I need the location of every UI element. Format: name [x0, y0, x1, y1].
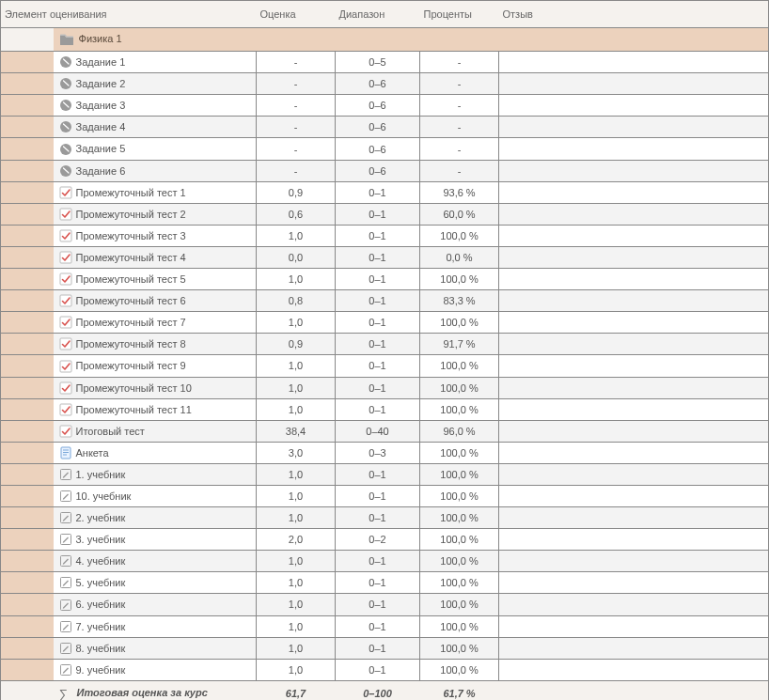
grade-item-name[interactable]: Промежуточный тест 7: [76, 317, 186, 328]
grade-item-name[interactable]: Промежуточный тест 3: [76, 230, 186, 241]
grade-item-grade: -: [257, 52, 336, 73]
grade-item-feedback: [499, 529, 769, 551]
grade-item-range: 0–1: [336, 269, 420, 290]
course-total-percent: 61,7 %: [420, 680, 499, 700]
grade-item-grade: 3,0: [257, 442, 336, 463]
grade-item-feedback: [499, 138, 769, 160]
grade-item-range: 0–40: [336, 420, 420, 442]
grade-item-name[interactable]: Итоговый тест: [76, 426, 145, 437]
grade-item-row: 1. учебник1,00–1100,0 %: [1, 463, 769, 485]
grade-item-grade: 1,0: [257, 507, 336, 529]
grade-item-range: 0–1: [336, 203, 420, 225]
svg-rect-16: [60, 404, 71, 415]
grade-item-name[interactable]: Задание 2: [76, 78, 126, 89]
grade-item-name[interactable]: 8. учебник: [76, 643, 126, 654]
grade-item-name[interactable]: Задание 1: [76, 56, 126, 68]
grade-item-percent: 100,0 %: [420, 551, 499, 572]
grade-item-row: Задание 5-0–6-: [1, 138, 769, 160]
grade-item-grade: 38,4: [257, 420, 336, 442]
grade-item-name[interactable]: 1. учебник: [76, 469, 126, 480]
grade-item-percent: 91,7 %: [420, 334, 499, 355]
grade-item-percent: -: [420, 73, 499, 95]
grade-item-row: Задание 4-0–6-: [1, 117, 769, 138]
header-item: Элемент оценивания: [1, 1, 257, 28]
grade-item-range: 0–1: [336, 551, 420, 572]
grade-item-name[interactable]: Промежуточный тест 8: [76, 338, 186, 350]
grade-item-name[interactable]: Задание 6: [76, 165, 126, 177]
grade-item-grade: 1,0: [257, 485, 336, 506]
grade-item-name[interactable]: 4. учебник: [76, 555, 126, 567]
grade-item-name[interactable]: Промежуточный тест 2: [76, 209, 186, 220]
svg-rect-10: [60, 273, 71, 285]
edit-icon: [59, 490, 72, 503]
ball-icon: [59, 77, 72, 90]
grade-item-name[interactable]: 9. учебник: [76, 664, 126, 676]
grade-item-feedback: [499, 246, 769, 268]
grade-item-row: 9. учебник1,00–1100,0 %: [1, 659, 769, 680]
grade-item-row: Промежуточный тест 40,00–10,0 %: [1, 246, 769, 268]
grade-item-range: 0–1: [336, 659, 420, 680]
grade-item-grade: 1,0: [257, 269, 336, 290]
grade-item-percent: 100,0 %: [420, 463, 499, 485]
grade-item-name[interactable]: Задание 5: [76, 144, 126, 155]
grade-item-range: 0–2: [336, 529, 420, 551]
grade-item-feedback: [499, 420, 769, 442]
grade-item-percent: -: [420, 138, 499, 160]
grade-item-range: 0–1: [336, 355, 420, 377]
grade-item-grade: 1,0: [257, 615, 336, 637]
grade-item-row: Задание 3-0–6-: [1, 95, 769, 117]
grade-item-feedback: [499, 572, 769, 594]
check-icon: [59, 208, 72, 221]
check-icon: [59, 425, 72, 438]
folder-icon: [59, 33, 72, 46]
grade-item-row: Промежуточный тест 10,90–193,6 %: [1, 181, 769, 203]
grade-item-percent: 100,0 %: [420, 225, 499, 246]
grade-item-percent: 83,3 %: [420, 290, 499, 312]
grade-item-name[interactable]: Задание 4: [76, 121, 126, 132]
grade-item-name[interactable]: Промежуточный тест 9: [76, 361, 186, 372]
course-total-label: Итоговая оценка за курс: [77, 687, 208, 698]
grade-item-name[interactable]: 3. учебник: [76, 534, 126, 545]
grade-item-name[interactable]: Промежуточный тест 11: [76, 404, 192, 415]
grade-item-percent: 100,0 %: [420, 312, 499, 334]
grade-item-feedback: [499, 52, 769, 73]
grade-item-name[interactable]: Промежуточный тест 4: [76, 252, 186, 263]
grade-item-percent: 93,6 %: [420, 181, 499, 203]
grade-item-feedback: [499, 269, 769, 290]
grade-item-row: Задание 2-0–6-: [1, 73, 769, 95]
grade-item-percent: 100,0 %: [420, 529, 499, 551]
grade-item-percent: 100,0 %: [420, 572, 499, 594]
grade-item-percent: 100,0 %: [420, 355, 499, 377]
grade-item-row: Промежуточный тест 31,00–1100,0 %: [1, 225, 769, 246]
grade-item-feedback: [499, 442, 769, 463]
grade-item-name[interactable]: 7. учебник: [76, 621, 126, 632]
grade-item-name[interactable]: Промежуточный тест 10: [76, 382, 192, 394]
grade-item-name[interactable]: 5. учебник: [76, 577, 126, 588]
grade-item-grade: -: [257, 95, 336, 117]
grade-item-feedback: [499, 637, 769, 659]
grade-item-name[interactable]: Задание 3: [76, 100, 126, 111]
check-icon: [59, 381, 72, 395]
check-icon: [59, 337, 72, 350]
ball-icon: [59, 120, 72, 133]
grade-item-grade: 0,6: [257, 203, 336, 225]
grade-item-row: Промежуточный тест 51,00–1100,0 %: [1, 269, 769, 290]
grade-item-row: 7. учебник1,00–1100,0 %: [1, 615, 769, 637]
grade-item-range: 0–6: [336, 73, 420, 95]
grade-item-name[interactable]: Промежуточный тест 5: [76, 273, 186, 285]
sigma-icon: ∑: [57, 687, 71, 700]
grade-item-range: 0–1: [336, 485, 420, 506]
grade-item-name[interactable]: Промежуточный тест 6: [76, 295, 186, 306]
grade-item-name[interactable]: Анкета: [76, 447, 109, 459]
grade-item-range: 0–1: [336, 594, 420, 615]
grade-item-feedback: [499, 312, 769, 334]
grade-item-name[interactable]: 2. учебник: [76, 512, 126, 523]
grade-item-percent: 0,0 %: [420, 246, 499, 268]
grade-item-name[interactable]: Промежуточный тест 1: [76, 187, 186, 198]
grade-item-name[interactable]: 6. учебник: [76, 599, 126, 611]
grade-item-percent: 60,0 %: [420, 203, 499, 225]
grade-item-grade: -: [257, 73, 336, 95]
course-total-grade: 61,7: [257, 680, 336, 700]
grade-item-name[interactable]: 10. учебник: [76, 490, 132, 502]
grade-item-feedback: [499, 398, 769, 420]
